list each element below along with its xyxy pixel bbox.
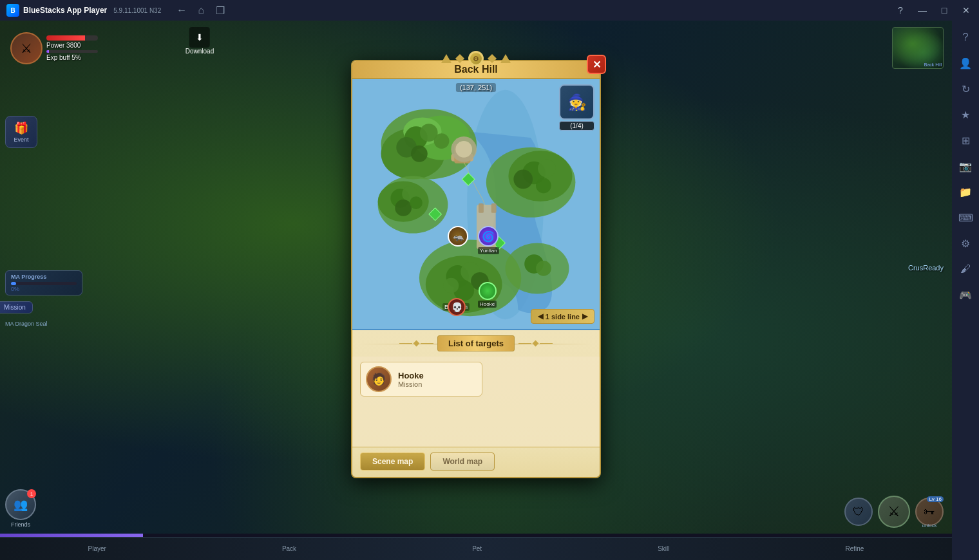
- modal-overlay: ⚙ Back Hill ✕: [0, 21, 952, 537]
- svg-point-24: [538, 160, 556, 178]
- world-map-btn[interactable]: World map: [430, 453, 495, 471]
- target-item[interactable]: 🧑 Hooke Mission: [360, 362, 482, 397]
- side-line-arrow-right: ▶: [582, 312, 587, 321]
- sidebar-person-icon[interactable]: 👤: [954, 51, 977, 75]
- svg-point-10: [411, 145, 428, 162]
- dialog-top-decorations: ⚙: [352, 51, 600, 66]
- scene-map-btn[interactable]: Scene map: [360, 453, 425, 471]
- side-line-arrow-left: ◀: [538, 312, 543, 321]
- sidebar-help-icon[interactable]: ?: [954, 26, 977, 49]
- back-hill-dialog: ⚙ Back Hill ✕: [351, 60, 601, 478]
- sidebar-settings-icon[interactable]: ⚙: [954, 232, 977, 255]
- sidebar-brush-icon[interactable]: 🖌: [954, 257, 977, 281]
- svg-rect-43: [491, 203, 497, 213]
- targets-header: List of targets: [352, 330, 600, 357]
- titlebar-nav: ← ⌂ ❐: [167, 1, 234, 19]
- char-badge-count: (1/4): [559, 121, 594, 131]
- swirl-icon: 🌀: [478, 226, 499, 247]
- targets-header-text: List of targets: [437, 335, 515, 351]
- svg-point-26: [536, 178, 551, 193]
- maximize-titlebar-btn[interactable]: □: [934, 0, 955, 21]
- close-titlebar-btn[interactable]: ✕: [956, 0, 976, 21]
- svg-point-15: [395, 200, 412, 216]
- svg-point-20: [455, 141, 472, 158]
- target-name: Hooke: [398, 371, 424, 380]
- green-marker-icon: [479, 282, 497, 300]
- target-avatar: 🧑: [366, 366, 392, 392]
- svg-point-36: [536, 261, 551, 276]
- map-marker-player[interactable]: 🌀 Yuntian: [478, 226, 499, 254]
- target-info: Hooke Mission: [398, 371, 424, 388]
- top-deco-arrow-left: [441, 54, 451, 63]
- bottom-bar-player[interactable]: Player: [88, 545, 106, 552]
- sidebar-screenshot-icon[interactable]: 📷: [954, 154, 977, 178]
- map-marker-enemy[interactable]: 🦡: [448, 226, 468, 247]
- minimize-titlebar-btn[interactable]: —: [912, 0, 933, 21]
- bottom-bar-pet[interactable]: Pet: [472, 545, 482, 552]
- enemy-icon: 🦡: [448, 226, 468, 247]
- dialog-close-btn[interactable]: ✕: [587, 55, 606, 74]
- game-bottom-bar: Player Pack Pet Skill Refine: [0, 537, 952, 560]
- svg-rect-42: [479, 203, 484, 213]
- sidebar-keyboard-icon[interactable]: ⌨: [954, 206, 977, 229]
- sidebar-star-icon[interactable]: ★: [954, 103, 977, 126]
- top-deco-gear: ⚙: [468, 51, 484, 66]
- sidebar-grid-icon[interactable]: ⊞: [954, 129, 977, 152]
- target-type: Mission: [398, 380, 424, 388]
- side-line-btn[interactable]: ◀ 1 side line ▶: [531, 309, 594, 324]
- deco-diamond-left: [413, 341, 420, 347]
- app-name: BlueStacks App Player: [23, 6, 107, 15]
- targets-deco-right: [518, 341, 553, 346]
- map-marker-skull[interactable]: 💀: [448, 298, 466, 316]
- deco-line-left2: [421, 343, 433, 344]
- svg-point-9: [434, 133, 450, 149]
- svg-point-25: [513, 170, 533, 189]
- svg-point-16: [410, 196, 423, 209]
- app-icon: B: [6, 4, 19, 17]
- top-deco-arrow-right: [500, 54, 511, 63]
- windows-nav-btn[interactable]: ❐: [211, 1, 229, 19]
- home-nav-btn[interactable]: ⌂: [192, 1, 210, 19]
- right-sidebar: ? 👤 ↻ ★ ⊞ 📷 📁 ⌨ ⚙ 🖌 🎮: [952, 21, 979, 560]
- deco-line-left: [399, 343, 412, 344]
- back-nav-btn[interactable]: ←: [173, 1, 191, 19]
- deco-diamond-right: [533, 341, 539, 347]
- sidebar-refresh-icon[interactable]: ↻: [954, 77, 977, 100]
- char-badge[interactable]: 🧙 (1/4): [559, 84, 594, 131]
- marker-label-green: Hooke: [478, 301, 497, 308]
- deco-line-right2: [540, 343, 553, 344]
- sidebar-gamepad-icon[interactable]: 🎮: [954, 283, 977, 306]
- map-coordinates: (137, 251): [456, 83, 496, 92]
- dialog-bottom: Scene map World map: [352, 447, 600, 477]
- marker-label-yuntian: Yuntian: [478, 247, 499, 254]
- map-area[interactable]: (137, 251) 🧙 (1/4) 🌀 Yuntian 🦡 Hooke: [352, 79, 600, 330]
- targets-deco-left: [399, 341, 433, 346]
- svg-point-33: [444, 278, 459, 294]
- titlebar-controls: ? — □ ✕: [890, 0, 979, 21]
- targets-section: List of targets 🧑 Hooke Mission: [352, 330, 600, 447]
- help-titlebar-btn[interactable]: ?: [890, 0, 911, 21]
- map-marker-green-top[interactable]: Hooke: [478, 282, 497, 308]
- skull-icon: 💀: [448, 298, 466, 316]
- titlebar: B BlueStacks App Player 5.9.11.1001 N32 …: [0, 0, 979, 21]
- deco-line-right: [518, 343, 531, 344]
- bottom-bar-refine[interactable]: Refine: [846, 545, 864, 552]
- side-line-text: 1 side line: [546, 313, 580, 321]
- app-logo: B BlueStacks App Player 5.9.11.1001 N32: [0, 4, 167, 17]
- target-list: 🧑 Hooke Mission: [352, 357, 600, 447]
- top-deco-diamond-2: [488, 54, 497, 63]
- top-deco-diamond-1: [455, 54, 464, 63]
- bottom-bar-skill[interactable]: Skill: [658, 545, 669, 552]
- sidebar-folder-icon[interactable]: 📁: [954, 180, 977, 203]
- char-badge-img: 🧙: [559, 84, 594, 120]
- bottom-bar-pack[interactable]: Pack: [282, 545, 296, 552]
- app-version: 5.9.11.1001 N32: [113, 7, 161, 14]
- targets-header-content: List of targets: [399, 335, 553, 351]
